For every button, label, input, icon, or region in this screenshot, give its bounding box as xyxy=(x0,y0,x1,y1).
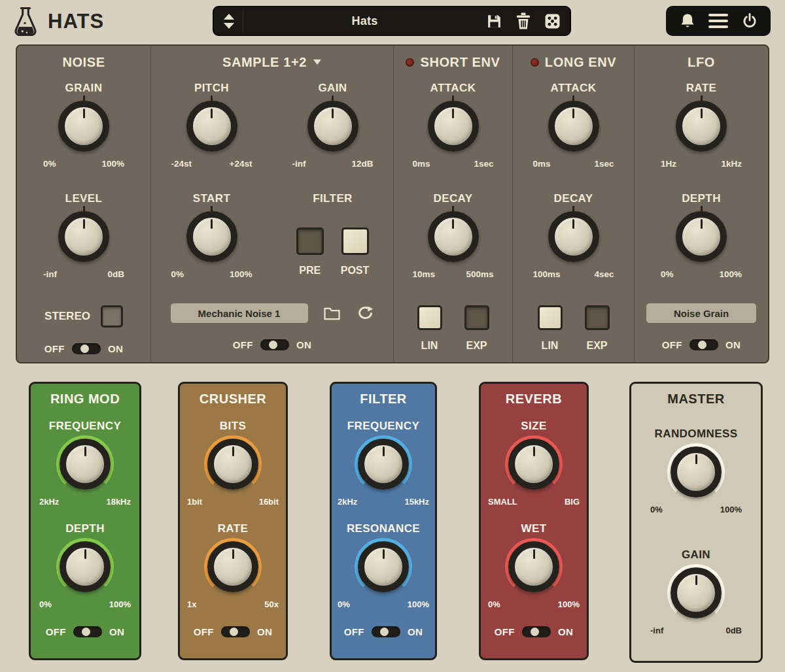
lfo-depth-max-label: 100% xyxy=(719,269,742,279)
short-decay-min-label: 10ms xyxy=(413,269,436,279)
long-exp-label: EXP xyxy=(586,340,607,352)
sample-gain-knob[interactable] xyxy=(304,97,362,155)
short-env-led[interactable] xyxy=(406,58,414,67)
ringmod-depth-knob[interactable] xyxy=(56,538,114,596)
power-icon[interactable] xyxy=(741,12,758,29)
randomness-range-labels: 0%100% xyxy=(650,505,742,514)
crusher-rate-max-label: 50x xyxy=(264,599,279,609)
sample-caret-icon[interactable] xyxy=(313,59,322,65)
lfo-rate-knob[interactable] xyxy=(672,97,730,155)
preset-previous-icon[interactable] xyxy=(223,13,235,20)
pitch-min-label: -24st xyxy=(171,159,192,169)
lfo-depth-knob-label: DEPTH xyxy=(682,192,721,205)
noise-power-toggle[interactable] xyxy=(72,343,101,354)
pre-post-buttons: PRE POST xyxy=(296,227,370,277)
ring-mod-panel: RING MOD FREQUENCY 2kHz18kHz DEPTH 0%100… xyxy=(29,382,141,660)
long-exp-option: EXP xyxy=(585,305,610,352)
menu-icon[interactable] xyxy=(708,14,728,28)
long-attack-min-label: 0ms xyxy=(533,159,551,169)
preset-bar: Hats xyxy=(213,6,571,36)
save-preset-icon[interactable] xyxy=(486,13,502,29)
stereo-checkbox[interactable] xyxy=(101,305,123,328)
master-randomness-knob[interactable] xyxy=(667,443,725,501)
randomize-icon[interactable] xyxy=(544,13,561,29)
preset-next-icon[interactable] xyxy=(223,22,235,29)
folder-icon[interactable] xyxy=(323,306,341,321)
short-env-exp-button[interactable] xyxy=(464,305,489,330)
start-knob[interactable] xyxy=(183,208,241,265)
randomness-control: RANDOMNESS 0%100% xyxy=(650,428,742,514)
ringmod-frequency-knob[interactable] xyxy=(56,435,114,493)
ringmod-depth-min-label: 0% xyxy=(39,599,52,609)
master-gain-knob[interactable] xyxy=(667,564,725,622)
ringmod-depth-control: DEPTH 0%100% xyxy=(39,522,131,609)
grain-knob-label: GRAIN xyxy=(65,82,103,95)
stereo-label: STEREO xyxy=(44,310,90,323)
grain-knob[interactable] xyxy=(55,97,113,155)
crusher-bits-max-label: 16bit xyxy=(259,497,279,507)
reverb-on-label: ON xyxy=(558,626,573,637)
sample-power-toggle[interactable] xyxy=(260,339,289,350)
knob-pointer xyxy=(383,446,385,456)
long-env-led[interactable] xyxy=(531,58,539,67)
reverb-wet-knob-label: WET xyxy=(521,522,547,535)
reverb-wet-range-labels: 0%100% xyxy=(488,599,580,609)
crusher-rate-knob[interactable] xyxy=(204,538,262,596)
sample-title-label: SAMPLE 1+2 xyxy=(222,55,307,70)
short-attack-knob[interactable] xyxy=(425,97,482,155)
level-knob[interactable] xyxy=(55,208,113,265)
lfo-rate-range-labels: 1Hz1kHz xyxy=(661,159,742,169)
knob-pointer xyxy=(84,446,86,456)
ringmod-off-label: OFF xyxy=(46,626,66,637)
short-env-curve-buttons: LIN EXP xyxy=(417,305,489,352)
long-env-title-label: LONG ENV xyxy=(545,55,616,70)
pitch-knob[interactable] xyxy=(183,97,241,155)
reverb-wet-knob[interactable] xyxy=(505,538,563,596)
reverb-size-control: SIZE SMALLBIG xyxy=(488,420,580,507)
long-env-exp-button[interactable] xyxy=(585,305,610,330)
sample-section-title[interactable]: SAMPLE 1+2 xyxy=(222,54,322,70)
short-attack-control: ATTACK 0ms1sec xyxy=(413,82,494,169)
crusher-bits-knob[interactable] xyxy=(204,435,262,493)
short-decay-control: DECAY 10ms500ms xyxy=(413,192,494,279)
sample-filter-label: FILTER xyxy=(313,192,353,205)
filter-resonance-max-label: 100% xyxy=(408,599,429,609)
filter-post-button[interactable] xyxy=(341,227,369,255)
ringmod-power-toggle[interactable] xyxy=(73,626,102,637)
crusher-rate-range-labels: 1x50x xyxy=(187,599,279,609)
reverb-size-knob[interactable] xyxy=(505,435,563,493)
start-knob-label: START xyxy=(193,192,230,205)
knob-pointer xyxy=(83,219,85,229)
lfo-target-select-button[interactable]: Noise Grain xyxy=(646,303,757,324)
short-env-title-label: SHORT ENV xyxy=(420,55,500,70)
reverb-wet-control: WET 0%100% xyxy=(488,522,580,609)
short-decay-knob[interactable] xyxy=(425,208,482,265)
reverb-power-toggle[interactable] xyxy=(522,626,551,637)
ringmod-on-label: ON xyxy=(109,626,124,637)
notifications-icon[interactable] xyxy=(679,12,696,29)
filter-frequency-range-labels: 2kHz15kHz xyxy=(338,497,429,507)
master-title: MASTER xyxy=(667,392,724,407)
sample-select-button[interactable]: Mechanic Noise 1 xyxy=(170,303,309,324)
crusher-power-toggle[interactable] xyxy=(221,626,250,637)
lfo-power-row: OFF ON xyxy=(662,339,741,350)
lfo-depth-knob[interactable] xyxy=(672,208,730,265)
long-attack-knob[interactable] xyxy=(545,97,602,155)
filter-frequency-knob[interactable] xyxy=(355,435,412,493)
filter-resonance-knob[interactable] xyxy=(355,538,412,596)
knob-tick xyxy=(332,95,334,101)
knob-tick xyxy=(211,206,213,212)
loop-icon[interactable] xyxy=(355,305,375,321)
long-env-lin-button[interactable] xyxy=(538,305,563,330)
filter-power-toggle[interactable] xyxy=(372,626,400,637)
lfo-power-toggle[interactable] xyxy=(689,339,718,350)
delete-preset-icon[interactable] xyxy=(515,12,531,29)
long-decay-knob[interactable] xyxy=(545,208,602,265)
toggle-dot xyxy=(698,341,706,349)
start-range-labels: 0%100% xyxy=(171,269,253,279)
preset-name[interactable]: Hats xyxy=(243,14,486,28)
lfo-rate-max-label: 1kHz xyxy=(721,159,742,169)
filter-pre-button[interactable] xyxy=(296,227,324,255)
short-decay-knob-label: DECAY xyxy=(434,192,473,205)
short-env-lin-button[interactable] xyxy=(417,305,442,330)
